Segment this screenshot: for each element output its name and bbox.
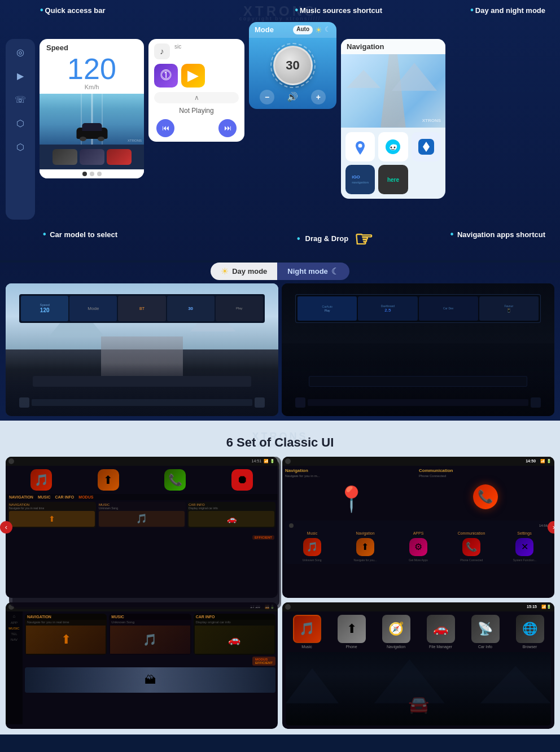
c4-phone-icon[interactable]: ⬆ [338, 615, 366, 643]
card2-phone-area: 📞 [419, 480, 552, 514]
car-thumb-1[interactable] [53, 149, 77, 165]
c4-file-icon[interactable]: 🚗 [427, 615, 455, 643]
inner-nav-icon[interactable]: ⬆ [356, 538, 374, 556]
prev-btn[interactable]: ⏮ [156, 119, 174, 137]
navigation-icon[interactable]: ▶ [12, 68, 28, 84]
c3-carinfo-sub: Display original car info [194, 620, 275, 624]
map-pin-icon: 📍 [336, 485, 367, 513]
day-dash [33, 376, 251, 387]
hex-icon-2[interactable]: ⬡ [12, 139, 28, 155]
c4-music-glyph: 🎵 [299, 622, 314, 636]
speaker-icon: 🔊 [287, 91, 298, 102]
music-app-icons: ⓵ ▶ [148, 62, 244, 92]
c4-browser-icon[interactable]: 🌐 [516, 615, 544, 643]
night-car-unit: CarAuto Play Dashboard 2.5 Car Dev Favou… [295, 294, 541, 323]
efficient-area: EFFICIENT [6, 530, 278, 542]
c4-nav-icon[interactable]: 🧭 [382, 615, 410, 643]
speed-title: Speed [40, 39, 144, 54]
mode-toggle: Auto ☀ ☾ [293, 25, 331, 34]
c4-music-icon[interactable]: 🎵 [293, 615, 321, 643]
mode-header: Mode Auto ☀ ☾ [249, 22, 336, 38]
day-night-images: Speed 120 Mode BT 30 Play [6, 283, 554, 416]
car-wheel-right [98, 137, 104, 141]
inner-comm-icon[interactable]: 📞 [462, 538, 480, 556]
front-signal: 📶 🔋 [264, 459, 275, 464]
nav-classic-icon[interactable]: ⬆ [98, 469, 119, 491]
front-info-row: Navigation Navigate for you in real time… [6, 500, 278, 530]
inner-apps-icon[interactable]: ⚙ [409, 538, 427, 556]
music-expand-btn[interactable]: ∧ [154, 92, 239, 103]
volume-knob-area: 30 [249, 38, 336, 90]
nav-apps-label: • Navigation apps shortcut [450, 229, 545, 241]
volume-down-btn[interactable]: − [260, 90, 274, 104]
left-arrow-btn[interactable]: ‹ [0, 521, 12, 534]
car-thumb-2[interactable] [80, 149, 104, 165]
c4-mountain3 [462, 659, 551, 703]
record-icon-classic[interactable]: ⏺ [231, 469, 253, 491]
day-mode-label: Day mode [232, 267, 267, 276]
card4-filemanager: 🚗 File Manager [419, 615, 462, 649]
google-maps-icon[interactable] [345, 132, 375, 161]
card2-nav-sub: Navigate for you in m... [285, 474, 418, 478]
home2-front [285, 458, 291, 464]
sun-icon[interactable]: ☀ [315, 25, 322, 34]
music-classic-icon[interactable]: 🎵 [30, 469, 52, 491]
classic-ui-grid: 14:51 ▥ ⬡ 🎵 ⬆ 📞 ⏺ ♪ 14:48 📶 [6, 457, 554, 729]
inner-music-icon[interactable]: 🎵 [303, 538, 321, 556]
c4-carinfo-icon[interactable]: 📡 [471, 615, 500, 643]
page-indicators [40, 169, 144, 178]
day-mode-btn[interactable]: ☀ Day mode [211, 263, 277, 280]
location-icon[interactable]: ◎ [12, 45, 28, 60]
card4-phone: ⬆ Phone [330, 615, 373, 649]
auto-label[interactable]: Auto [293, 25, 313, 34]
moon-icon[interactable]: ☾ [325, 25, 331, 34]
sb-tel: TEL [7, 632, 21, 636]
home4 [285, 604, 291, 610]
phone-icon-classic[interactable]: 📞 [164, 469, 186, 491]
inner-apps-nav: APPS [392, 531, 444, 535]
car-roof [82, 123, 102, 131]
card2-content: Navigation Navigate for you in m... 📍 Co… [282, 466, 554, 519]
c3-car-icon: 🚗 [228, 633, 240, 646]
front-carinfo-card: Car Info Display original car info 🚗 [187, 502, 275, 528]
front-nav-bar: NAVIGATION MUSIC CAR INFO MODUS [6, 494, 278, 500]
svg-point-3 [391, 146, 392, 148]
volume-knob[interactable]: 30 [273, 46, 313, 85]
front-music-app: 🎵 [9, 469, 74, 491]
hex-icon-1[interactable]: ⬡ [12, 116, 28, 132]
music-app-icon[interactable]: ▶ [181, 64, 205, 88]
mode-panel: Mode Auto ☀ ☾ 30 − 🔊 + [249, 22, 336, 109]
card2-comm-title: Communication [419, 468, 552, 473]
front-nav-card: Navigation Navigate for you in real time… [8, 502, 96, 528]
carinfo-icon-small: 🚗 [189, 511, 274, 527]
front-nav-app: ⬆ [76, 469, 141, 491]
waze-icon[interactable] [378, 132, 408, 161]
music-controls: ⏮ ⏭ [148, 117, 244, 138]
next-btn[interactable]: ⏭ [218, 119, 237, 137]
sub-apps-label: Get More Apps [392, 558, 444, 562]
classic-ui-section: XTRONS copyright by xtrons///// 6 Set of… [0, 421, 560, 734]
card4-wallpaper: 🚘 [286, 652, 551, 725]
phone-icon[interactable]: ☏ [12, 92, 28, 108]
sub-settings-label: System Function... [499, 558, 550, 562]
music-note-icon: ♪ [154, 43, 170, 59]
inner-settings-icon[interactable]: ✕ [515, 538, 533, 556]
svg-point-4 [394, 146, 396, 148]
day-night-toggle: ☀ Day mode Night mode ☾ [6, 263, 554, 280]
volume-up-btn[interactable]: + [311, 90, 326, 104]
bluetooth-icon[interactable]: ⓵ [154, 64, 178, 88]
night-mode-btn[interactable]: Night mode ☾ [277, 263, 349, 280]
here-icon[interactable]: here [378, 165, 408, 194]
car-thumb-3[interactable] [107, 149, 132, 165]
c4-file-glyph: 🚗 [433, 622, 448, 636]
sygic-icon[interactable] [412, 132, 441, 161]
front-music-card: Music Unknown Song 🎵 [98, 502, 186, 528]
front-nav-label: NAVIGATION [9, 495, 33, 499]
c3-music-img: 🎵 [110, 626, 190, 654]
nav-header: Navigation [341, 39, 445, 54]
c4-phone-label: Phone [345, 645, 357, 649]
car-model-label: • Car model to select [43, 229, 238, 241]
igo-icon[interactable]: iGOnavigation [345, 165, 375, 194]
car-wheel-left [80, 137, 86, 141]
nav-map-road [373, 54, 414, 128]
